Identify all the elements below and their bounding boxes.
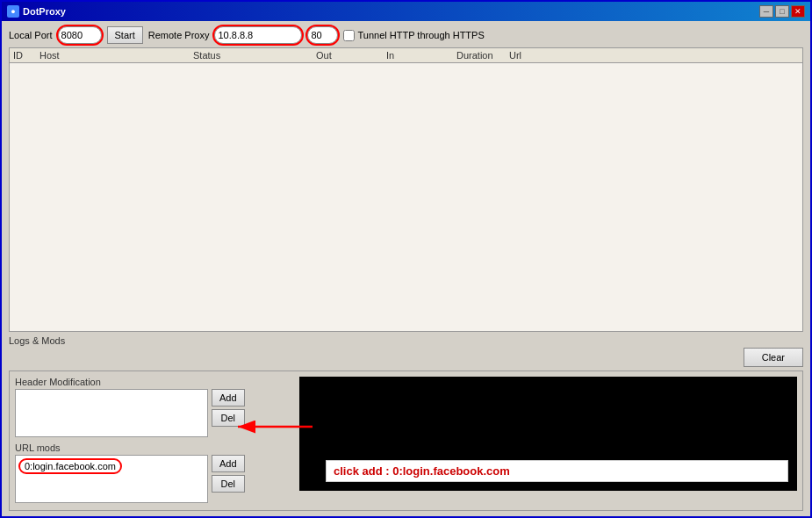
- col-header-duration: Duration: [453, 50, 506, 61]
- remote-proxy-label: Remote Proxy: [148, 30, 210, 40]
- url-mods-row: 0:login.facebook.com Add Del: [15, 455, 296, 505]
- content-area: Local Port Start Remote Proxy Tunnel HTT…: [2, 21, 810, 516]
- bottom-section: Logs & Mods Clear Header Modification: [9, 335, 803, 511]
- col-header-id: ID: [10, 50, 36, 61]
- clear-button[interactable]: Clear: [744, 348, 803, 367]
- bottom-row: Header Modification Add Del U: [15, 377, 797, 505]
- table-header: ID Host Status Out In Duration Url: [10, 48, 802, 63]
- annotation-text: click add : 0:login.facebook.com: [334, 464, 510, 478]
- col-header-url: Url: [506, 50, 802, 61]
- title-buttons: ─ □ ✕: [759, 5, 805, 18]
- close-button[interactable]: ✕: [791, 5, 805, 18]
- main-table-area: ID Host Status Out In Duration Url: [9, 47, 803, 332]
- annotation-box: click add : 0:login.facebook.com: [326, 460, 788, 482]
- app-icon: ●: [7, 5, 19, 18]
- url-mod-buttons: Add Del: [212, 455, 245, 493]
- header-mod-textarea[interactable]: [15, 389, 208, 437]
- arrow-svg: [229, 412, 317, 442]
- remote-proxy-input[interactable]: [214, 26, 302, 44]
- clear-btn-area: Clear: [9, 348, 803, 367]
- remote-port-input[interactable]: [307, 26, 338, 44]
- logs-mods-label: Logs & Mods: [9, 335, 803, 346]
- col-header-host: Host: [36, 50, 190, 61]
- header-mod-label: Header Modification: [15, 377, 296, 387]
- col-header-in: In: [383, 50, 453, 61]
- col-header-out: Out: [313, 50, 383, 61]
- table-body: [10, 63, 802, 331]
- url-entry: 0:login.facebook.com: [18, 458, 122, 474]
- right-black-area: click add : 0:login.facebook.com: [299, 377, 797, 491]
- toolbar: Local Port Start Remote Proxy Tunnel HTT…: [9, 26, 803, 44]
- title-bar: ● DotProxy ─ □ ✕: [2, 2, 810, 21]
- url-add-button[interactable]: Add: [212, 455, 245, 472]
- tunnel-checkbox-label[interactable]: Tunnel HTTP through HTTPS: [343, 30, 484, 41]
- tunnel-label-text: Tunnel HTTP through HTTPS: [357, 30, 484, 40]
- window-title: DotProxy: [23, 6, 66, 17]
- start-button[interactable]: Start: [107, 26, 143, 44]
- url-mods-section: URL mods 0:login.facebook.com Add Del: [15, 442, 296, 505]
- title-bar-left: ● DotProxy: [7, 5, 66, 18]
- main-window: ● DotProxy ─ □ ✕ Local Port Start Remote…: [0, 0, 812, 518]
- maximize-button[interactable]: □: [775, 5, 789, 18]
- col-header-status: Status: [190, 50, 313, 61]
- url-del-button[interactable]: Del: [212, 475, 245, 493]
- local-port-label: Local Port: [9, 30, 53, 40]
- url-mods-label: URL mods: [15, 442, 296, 453]
- local-port-input[interactable]: [58, 26, 102, 44]
- logs-mods-area: Header Modification Add Del U: [9, 371, 803, 511]
- minimize-button[interactable]: ─: [759, 5, 773, 18]
- tunnel-checkbox[interactable]: [343, 30, 355, 41]
- header-add-button[interactable]: Add: [212, 389, 245, 406]
